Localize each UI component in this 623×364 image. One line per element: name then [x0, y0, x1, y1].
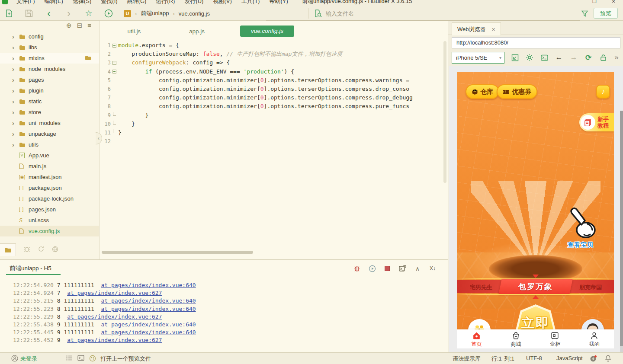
close-button[interactable]: ✕ [604, 0, 623, 6]
tree-item-App.vue[interactable]: VApp.vue [0, 150, 99, 161]
preview-scrollbar-thumb[interactable] [620, 111, 623, 346]
editor-vertical-scrollbar[interactable] [443, 41, 446, 183]
stop-icon[interactable] [383, 265, 391, 272]
language-status[interactable]: JavaScript [556, 355, 583, 361]
carousel-item-active[interactable]: 包罗万象 [498, 279, 572, 294]
open-terminal-icon[interactable] [398, 265, 406, 272]
settings-gear-icon[interactable] [525, 53, 534, 62]
fold-marker-icon[interactable] [111, 44, 118, 48]
tree-item-node_modules[interactable]: ›node_modules [0, 64, 99, 74]
console-tab[interactable]: 前端uniapp - H5 [10, 265, 51, 272]
maximize-button[interactable]: ❐ [585, 0, 604, 6]
log-source-link[interactable]: at pages/index/index.vue:640 [101, 329, 196, 335]
debug-bug-icon[interactable] [353, 265, 361, 272]
code-area[interactable]: 1module.exports = {2 productionSourceMap… [100, 41, 443, 146]
view-treasure-link[interactable]: 查看宝贝 [568, 241, 594, 249]
file-search-input[interactable]: 输入文件名 [326, 10, 354, 18]
carousel-item-right[interactable]: 朋克帝国 [579, 284, 602, 291]
menu-item-0[interactable]: 文件(F) [12, 0, 40, 4]
menu-item-3[interactable]: 查找(I) [96, 0, 122, 4]
cursor-col-status[interactable]: 列:1 [504, 355, 514, 363]
open-previous-preview[interactable]: 打开上一个预览文件 [100, 355, 151, 363]
fold-marker-icon[interactable] [111, 70, 118, 73]
menu-item-2[interactable]: 选择(S) [68, 0, 96, 4]
locate-file-icon[interactable]: ⊕ [66, 22, 72, 29]
tree-item-store[interactable]: ›store [0, 107, 99, 118]
preview-button[interactable]: 预览 [594, 8, 618, 19]
log-source-link[interactable]: at pages/index/index.vue:640 [101, 306, 196, 312]
sync-view-icon[interactable] [38, 246, 45, 253]
carousel-item-left[interactable]: 宅男先生 [470, 284, 492, 291]
menu-item-6[interactable]: 发行(U) [180, 0, 208, 4]
browser-forward-icon[interactable]: → [569, 53, 578, 62]
forward-button[interactable]: › [64, 9, 74, 18]
menu-item-4[interactable]: 跳转(G) [122, 0, 151, 4]
log-source-link[interactable]: at pages/index/index.vue:640 [101, 297, 196, 304]
collapse-all-icon[interactable]: ⊟ [77, 22, 83, 29]
tab-close-icon[interactable]: × [492, 26, 495, 33]
tab-home[interactable]: 首页 [457, 329, 496, 348]
save-button[interactable] [24, 9, 34, 18]
favorite-star-icon[interactable]: ☆ [84, 9, 93, 18]
new-file-button[interactable] [4, 9, 14, 18]
tree-item-main.js[interactable]: main.js [0, 161, 99, 172]
files-view-tab[interactable] [0, 243, 16, 256]
tab-mall[interactable]: 商城 [496, 329, 536, 348]
tree-item-static[interactable]: ›static [0, 96, 99, 107]
open-external-icon[interactable] [510, 53, 520, 62]
restart-icon[interactable] [368, 265, 376, 272]
tab-cabinet[interactable]: 盒柜 [536, 329, 575, 348]
tree-item-config[interactable]: ›config [0, 31, 99, 42]
log-source-link[interactable]: at pages/index/index.vue:627 [67, 290, 162, 296]
fold-marker-icon[interactable] [111, 61, 118, 65]
login-status[interactable]: 未登录 [20, 355, 37, 363]
editor-tab-vue.config.js[interactable]: vue.config.js [240, 26, 294, 37]
tree-item-plugin[interactable]: ›plugin [0, 85, 99, 96]
tutorial-badge[interactable]: 新手教程 [579, 113, 614, 131]
collapse-panel-icon[interactable]: ∧ [414, 265, 421, 272]
browser-back-icon[interactable]: ← [554, 53, 564, 62]
menu-item-8[interactable]: 工具(T) [237, 0, 265, 4]
tree-item-pages.json[interactable]: [ ]pages.json [0, 204, 99, 215]
breadcrumb-project[interactable]: 前端uniapp [141, 10, 169, 17]
music-button[interactable]: ♪ [596, 85, 610, 99]
tree-item-pages[interactable]: ›pages [0, 74, 99, 85]
tab-mine[interactable]: 我的 [575, 329, 614, 348]
device-selector[interactable]: iPhone 5/SE ▾ [452, 52, 504, 64]
editor-tab-util.js[interactable]: util.js [110, 28, 158, 35]
bell-icon[interactable] [605, 355, 611, 363]
log-source-link[interactable]: at pages/index/index.vue:627 [67, 337, 162, 343]
user-account-icon[interactable] [11, 355, 18, 363]
tree-item-libs[interactable]: ›libs [0, 42, 99, 53]
filter-funnel-icon[interactable] [580, 9, 589, 18]
browser-view-icon[interactable] [52, 246, 58, 254]
menu-item-7[interactable]: 视图(V) [208, 0, 236, 4]
tree-item-package-lock.json[interactable]: [ ]package-lock.json [0, 193, 99, 204]
tree-item-manifest.json[interactable]: [◉]manifest.json [0, 172, 99, 182]
update-notification-icon[interactable] [590, 355, 597, 364]
debug-view-icon[interactable] [23, 246, 30, 253]
terminal-status-icon[interactable] [77, 355, 84, 362]
outline-list-icon[interactable] [66, 355, 73, 362]
tree-item-unpackage[interactable]: ›unpackage [0, 128, 99, 139]
console-terminal-icon[interactable] [540, 53, 549, 62]
cursor-line-status[interactable]: 行:1 [491, 355, 502, 363]
log-source-link[interactable]: at pages/index/index.vue:640 [101, 321, 196, 328]
tree-item-utils[interactable]: ›utils [0, 139, 99, 150]
log-source-link[interactable]: at pages/index/index.vue:640 [101, 282, 196, 288]
encoding-status[interactable]: UTF-8 [526, 355, 542, 361]
syntax-library-status[interactable]: 语法提示库 [453, 355, 481, 363]
coupon-button[interactable]: 优惠券 [497, 84, 537, 99]
menu-item-9[interactable]: 帮助(Y) [264, 0, 292, 4]
warehouse-button[interactable]: 仓库 [466, 84, 499, 99]
breadcrumb-file[interactable]: vue.config.js [179, 10, 210, 17]
lock-icon[interactable] [598, 53, 608, 62]
url-input[interactable]: http://localhost:8080/ [452, 37, 620, 48]
minimize-button[interactable]: — [566, 0, 585, 6]
log-source-link[interactable]: at pages/index/index.vue:627 [67, 313, 162, 320]
browser-preview-icon[interactable] [89, 355, 96, 363]
tree-item-uni_modules[interactable]: ›uni_modules [0, 118, 99, 128]
editor-tab-app.js[interactable]: app.js [171, 28, 223, 35]
more-tools-icon[interactable]: » [612, 53, 621, 62]
clear-logs-icon[interactable]: X↓ [429, 265, 437, 272]
